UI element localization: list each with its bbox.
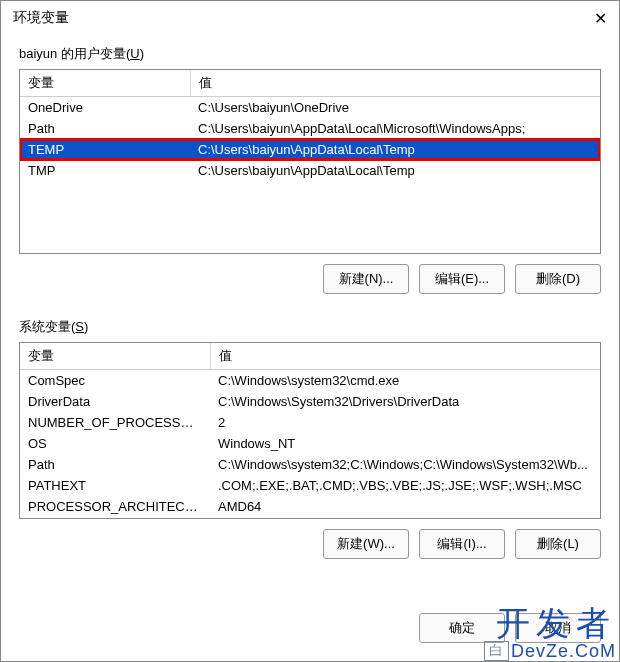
cell-var: OS [20, 433, 210, 454]
user-vars-table-wrap: 变量 值 OneDriveC:\Users\baiyun\OneDrivePat… [19, 69, 601, 254]
user-edit-button[interactable]: 编辑(E)... [419, 264, 505, 294]
table-row[interactable]: TEMPC:\Users\baiyun\AppData\Local\Temp [20, 139, 600, 160]
cell-var: OneDrive [20, 97, 190, 119]
dialog-footer: 确定 取消 [1, 613, 619, 661]
system-vars-table[interactable]: 变量 值 ComSpecC:\Windows\system32\cmd.exeD… [20, 343, 600, 517]
user-vars-buttons: 新建(N)... 编辑(E)... 删除(D) [19, 264, 601, 294]
cell-val: C:\Users\baiyun\AppData\Local\Temp [190, 160, 600, 181]
cell-val: C:\Windows\system32\cmd.exe [210, 370, 600, 392]
env-vars-dialog: 环境变量 ✕ baiyun 的用户变量(U) 变量 值 OneDriveC:\U… [0, 0, 620, 662]
cell-val: .COM;.EXE;.BAT;.CMD;.VBS;.VBE;.JS;.JSE;.… [210, 475, 600, 496]
cell-val: C:\Users\baiyun\AppData\Local\Temp [190, 139, 600, 160]
cell-val: C:\Windows\system32;C:\Windows;C:\Window… [210, 454, 600, 475]
sys-vars-label-hotkey: S [75, 319, 84, 334]
cell-val: 2 [210, 412, 600, 433]
cell-val: C:\Users\baiyun\OneDrive [190, 97, 600, 119]
cell-var: PROCESSOR_ARCHITECT... [20, 496, 210, 517]
cell-val: C:\Users\baiyun\AppData\Local\Microsoft\… [190, 118, 600, 139]
user-vars-label-hotkey: U [130, 46, 139, 61]
table-row[interactable]: DriverDataC:\Windows\System32\Drivers\Dr… [20, 391, 600, 412]
cell-var: TEMP [20, 139, 190, 160]
titlebar: 环境变量 ✕ [1, 1, 619, 35]
user-vars-label-suffix: ) [140, 46, 144, 61]
dialog-title: 环境变量 [13, 9, 69, 27]
close-icon[interactable]: ✕ [591, 9, 609, 27]
dialog-content: baiyun 的用户变量(U) 变量 值 OneDriveC:\Users\ba… [1, 35, 619, 613]
sys-delete-button[interactable]: 删除(L) [515, 529, 601, 559]
user-vars-section: baiyun 的用户变量(U) 变量 值 OneDriveC:\Users\ba… [19, 45, 601, 300]
cell-val: C:\Windows\System32\Drivers\DriverData [210, 391, 600, 412]
sys-vars-label-suffix: ) [84, 319, 88, 334]
user-col-var[interactable]: 变量 [20, 70, 190, 97]
table-row[interactable]: NUMBER_OF_PROCESSORS2 [20, 412, 600, 433]
table-row[interactable]: TMPC:\Users\baiyun\AppData\Local\Temp [20, 160, 600, 181]
user-delete-button[interactable]: 删除(D) [515, 264, 601, 294]
user-vars-label-prefix: baiyun 的用户变量( [19, 46, 130, 61]
cell-var: Path [20, 454, 210, 475]
sys-col-val[interactable]: 值 [210, 343, 600, 370]
system-vars-table-wrap: 变量 值 ComSpecC:\Windows\system32\cmd.exeD… [19, 342, 601, 519]
table-row[interactable]: OSWindows_NT [20, 433, 600, 454]
cell-var: DriverData [20, 391, 210, 412]
user-col-val[interactable]: 值 [190, 70, 600, 97]
table-row[interactable]: PathC:\Windows\system32;C:\Windows;C:\Wi… [20, 454, 600, 475]
cell-var: NUMBER_OF_PROCESSORS [20, 412, 210, 433]
cell-val: Windows_NT [210, 433, 600, 454]
sys-new-button[interactable]: 新建(W)... [323, 529, 409, 559]
cell-val: AMD64 [210, 496, 600, 517]
cell-var: PATHEXT [20, 475, 210, 496]
table-row[interactable]: ComSpecC:\Windows\system32\cmd.exe [20, 370, 600, 392]
table-row[interactable]: PROCESSOR_ARCHITECT...AMD64 [20, 496, 600, 517]
user-new-button[interactable]: 新建(N)... [323, 264, 409, 294]
sys-vars-label-prefix: 系统变量( [19, 319, 75, 334]
system-vars-label: 系统变量(S) [19, 318, 601, 336]
system-vars-buttons: 新建(W)... 编辑(I)... 删除(L) [19, 529, 601, 559]
system-vars-section: 系统变量(S) 变量 值 ComSpecC:\Windows\system32\… [19, 318, 601, 565]
cell-var: Path [20, 118, 190, 139]
table-row[interactable]: OneDriveC:\Users\baiyun\OneDrive [20, 97, 600, 119]
cell-var: ComSpec [20, 370, 210, 392]
table-row[interactable]: PathC:\Users\baiyun\AppData\Local\Micros… [20, 118, 600, 139]
sys-edit-button[interactable]: 编辑(I)... [419, 529, 505, 559]
user-vars-label: baiyun 的用户变量(U) [19, 45, 601, 63]
user-vars-table[interactable]: 变量 值 OneDriveC:\Users\baiyun\OneDrivePat… [20, 70, 600, 181]
ok-button[interactable]: 确定 [419, 613, 505, 643]
cell-var: TMP [20, 160, 190, 181]
cancel-button[interactable]: 取消 [515, 613, 601, 643]
sys-col-var[interactable]: 变量 [20, 343, 210, 370]
table-row[interactable]: PATHEXT.COM;.EXE;.BAT;.CMD;.VBS;.VBE;.JS… [20, 475, 600, 496]
